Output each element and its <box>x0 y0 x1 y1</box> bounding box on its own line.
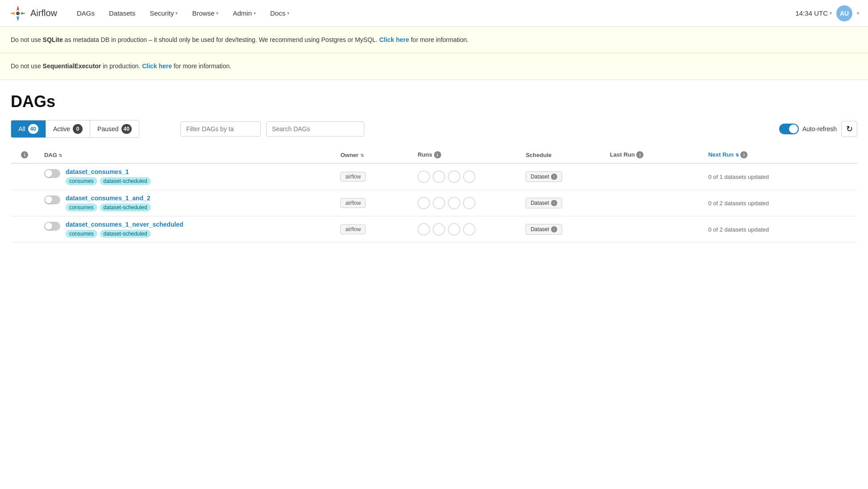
nav-item-browse[interactable]: Browse ▾ <box>186 6 225 21</box>
nextrun-info-icon[interactable]: i <box>740 151 747 158</box>
dag-tag[interactable]: consumes <box>66 203 97 211</box>
row-lastrun-cell <box>605 163 703 190</box>
col-header-owner: Owner ⇅ <box>335 147 412 164</box>
alert-sequential-link[interactable]: Click here <box>142 62 172 70</box>
schedule-info-icon[interactable]: i <box>551 200 557 206</box>
brand-logo-link[interactable]: Airflow <box>9 4 57 22</box>
schedule-badge: Dataset i <box>526 224 562 235</box>
tab-group: All 40 Active 0 Paused 40 <box>11 120 139 138</box>
svg-marker-0 <box>17 5 19 11</box>
time-display[interactable]: 14:34 UTC ▾ <box>795 9 832 17</box>
nav-item-admin[interactable]: Admin ▾ <box>226 6 262 21</box>
nav-links: DAGs Datasets Security ▾ Browse ▾ Admin … <box>71 6 296 21</box>
nav-right: 14:34 UTC ▾ AU ▾ <box>795 5 859 21</box>
col-header-info: i <box>11 147 39 164</box>
row-lastrun-cell <box>605 216 703 243</box>
auto-refresh-toggle[interactable]: Auto-refresh <box>779 124 837 134</box>
run-circle-1 <box>417 170 430 183</box>
search-dags-input[interactable] <box>266 121 364 137</box>
run-circle-2 <box>433 170 445 183</box>
next-run-text: 0 of 2 datasets updated <box>708 200 769 207</box>
table-row: dataset_consumes_1_and_2 consumesdataset… <box>11 190 857 216</box>
runs-info-icon[interactable]: i <box>434 151 441 158</box>
security-caret-icon: ▾ <box>175 11 178 16</box>
dag-toggle[interactable] <box>44 169 60 178</box>
row-lastrun-cell <box>605 190 703 216</box>
dag-name-link[interactable]: dataset_consumes_1_never_scheduled <box>66 221 184 228</box>
row-nextrun-cell: 0 of 2 datasets updated <box>703 190 857 216</box>
run-circle-4 <box>463 170 476 183</box>
tab-all-badge: 40 <box>28 124 38 134</box>
user-caret-icon[interactable]: ▾ <box>857 11 859 16</box>
main-content: DAGs All 40 Active 0 Paused 40 <box>0 83 868 252</box>
dag-tags: consumesdataset-scheduled <box>66 177 151 185</box>
dag-tag[interactable]: dataset-scheduled <box>100 230 151 238</box>
dag-tag[interactable]: consumes <box>66 177 97 185</box>
alert-sqlite-text: Do not use SQLite as metadata DB in prod… <box>11 36 468 43</box>
table-row: dataset_consumes_1_never_scheduled consu… <box>11 216 857 243</box>
run-circle-1 <box>417 223 430 236</box>
dag-name-link[interactable]: dataset_consumes_1 <box>66 168 129 175</box>
schedule-info-icon[interactable]: i <box>551 174 557 180</box>
dag-tag[interactable]: consumes <box>66 230 97 238</box>
admin-caret-icon: ▾ <box>254 11 256 16</box>
tab-paused-badge: 40 <box>121 124 132 134</box>
auto-refresh-label: Auto-refresh <box>802 125 837 133</box>
toggle-switch[interactable] <box>779 124 799 134</box>
svg-marker-1 <box>21 12 26 15</box>
tab-active[interactable]: Active 0 <box>46 120 90 137</box>
row-nextrun-cell: 0 of 1 datasets updated <box>703 163 857 190</box>
dag-toggle[interactable] <box>44 195 60 204</box>
row-owner-cell: airflow <box>335 163 412 190</box>
col-header-nextrun: Next Run ⇅ i <box>703 147 857 164</box>
docs-caret-icon: ▾ <box>287 11 289 16</box>
dag-tag[interactable]: dataset-scheduled <box>100 203 151 211</box>
next-run-text: 0 of 2 datasets updated <box>708 226 769 233</box>
row-toggle-dag-cell: dataset_consumes_1_never_scheduled consu… <box>39 216 335 243</box>
user-avatar[interactable]: AU <box>836 5 852 21</box>
dag-toggle[interactable] <box>44 222 60 231</box>
page-title: DAGs <box>11 92 857 111</box>
table-info-icon[interactable]: i <box>21 151 28 158</box>
row-toggle-dag-cell: dataset_consumes_1_and_2 consumesdataset… <box>39 190 335 216</box>
svg-marker-3 <box>10 12 15 15</box>
run-circle-2 <box>433 197 445 209</box>
nav-item-dags[interactable]: DAGs <box>71 6 101 21</box>
schedule-badge: Dataset i <box>526 198 562 208</box>
row-schedule-cell: Dataset i <box>520 190 605 216</box>
schedule-info-icon[interactable]: i <box>551 226 557 232</box>
owner-sort-icon[interactable]: ⇅ <box>360 153 364 158</box>
nextrun-sort-icon[interactable]: ⇅ <box>735 153 739 157</box>
time-caret-icon: ▾ <box>830 11 832 16</box>
dag-tags: consumesdataset-scheduled <box>66 230 184 238</box>
dag-tag[interactable]: dataset-scheduled <box>100 177 151 185</box>
row-info-cell <box>11 190 39 216</box>
run-circle-3 <box>448 223 460 236</box>
refresh-button[interactable]: ↻ <box>841 121 857 137</box>
alert-sequential-text: Do not use SequentialExecutor in product… <box>11 62 231 70</box>
run-circle-1 <box>417 197 430 209</box>
run-circle-2 <box>433 223 445 236</box>
dag-table: i DAG ⇅ Owner ⇅ Runs i Schedule Last Run… <box>11 147 857 243</box>
dag-sort-icon[interactable]: ⇅ <box>58 153 62 158</box>
col-header-schedule: Schedule <box>520 147 605 164</box>
nav-item-security[interactable]: Security ▾ <box>143 6 184 21</box>
tab-all[interactable]: All 40 <box>11 120 46 137</box>
tab-active-badge: 0 <box>73 124 83 134</box>
dag-toggle-knob <box>45 196 52 203</box>
nav-item-docs[interactable]: Docs ▾ <box>264 6 296 21</box>
lastrun-info-icon[interactable]: i <box>636 151 643 158</box>
run-circle-3 <box>448 197 460 209</box>
alert-sqlite-link[interactable]: Click here <box>379 36 409 43</box>
navbar: Airflow DAGs Datasets Security ▾ Browse … <box>0 0 868 27</box>
tab-paused[interactable]: Paused 40 <box>90 120 139 137</box>
dag-name-link[interactable]: dataset_consumes_1_and_2 <box>66 195 150 202</box>
filter-tags-input[interactable] <box>180 121 261 137</box>
airflow-logo-icon <box>9 4 27 22</box>
col-header-runs: Runs i <box>412 147 520 164</box>
svg-marker-2 <box>17 16 19 21</box>
svg-point-4 <box>16 12 20 15</box>
nav-item-datasets[interactable]: Datasets <box>103 6 142 21</box>
row-nextrun-cell: 0 of 2 datasets updated <box>703 216 857 243</box>
owner-badge: airflow <box>340 172 366 182</box>
